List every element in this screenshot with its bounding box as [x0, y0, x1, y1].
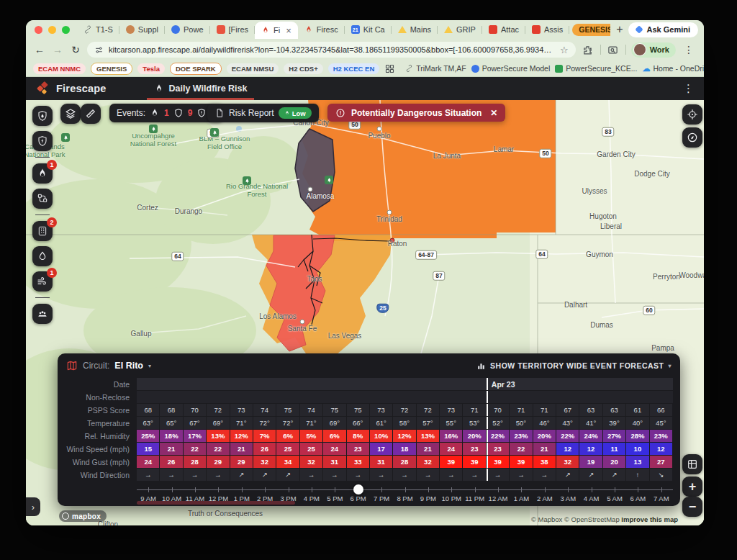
ask-gemini-button[interactable]: Ask Gemini [628, 22, 698, 37]
forward-button[interactable]: → [51, 44, 64, 55]
link-favicon-icon [83, 25, 92, 34]
sidebar-flame-button[interactable]: 1 [32, 163, 53, 184]
tab-search-icon[interactable] [606, 45, 620, 55]
table-view-button[interactable] [682, 454, 702, 474]
bookmark-star-icon[interactable]: ☆ [560, 45, 569, 55]
browser-tab-attac[interactable]: Attac [482, 20, 525, 39]
forecast-cell: → [347, 469, 369, 481]
forecast-cell: 23 [347, 443, 369, 455]
map-city-label: Gallup [131, 330, 152, 338]
map-city-label: Trinidad [376, 215, 402, 223]
tab-group-genesis[interactable]: GENESIS [572, 24, 610, 36]
forecast-cell: 10% [370, 430, 392, 442]
circuit-label: Circuit: [83, 361, 109, 371]
browser-tab-kitca[interactable]: 21Kit Ca [345, 20, 392, 39]
forecast-cell: 75 [347, 404, 369, 416]
browser-tab-t1s[interactable]: T1-S [77, 20, 119, 39]
sidebar-meter-button[interactable]: 2 [32, 221, 53, 241]
site-settings-icon[interactable] [94, 45, 104, 55]
forecast-cell: 68 [137, 404, 159, 416]
forecast-cell: 61 [626, 404, 648, 416]
sidebar-shield-bolt-button[interactable] [32, 131, 53, 151]
nav-daily-wildfire-risk[interactable]: Daily Wildfire Risk [150, 77, 252, 100]
map-area-label: Rio Grande National Forest [225, 183, 289, 199]
apps-grid-icon[interactable] [384, 63, 395, 74]
flame-icon [37, 168, 48, 179]
bookmark-chip-h2-cds-[interactable]: H2 CDS+ [284, 63, 322, 74]
expand-rail-button[interactable]: › [26, 497, 40, 516]
app-menu-icon[interactable]: ⋮ [683, 82, 694, 95]
browser-tab-mains[interactable]: Mains [392, 20, 438, 39]
new-tab-button[interactable]: + [616, 23, 623, 36]
layers-button[interactable] [60, 104, 81, 124]
forecast-cell: 50° [510, 417, 532, 429]
risk-report-button[interactable]: Risk ReportLow [207, 104, 319, 122]
bookmark-chip-ecam-nnmc[interactable]: ECAM NNMC [33, 63, 86, 74]
forecast-cell: ↗ [230, 469, 253, 481]
browser-menu-icon[interactable]: ⋮ [681, 44, 697, 55]
bookmark-chip-genesis[interactable]: GENESIS [91, 63, 132, 75]
time-slider-handle[interactable] [353, 484, 363, 494]
events-pill[interactable]: Events:191 [109, 104, 223, 122]
forecast-cell: 71° [230, 417, 253, 429]
bookmark-chip-ecam-nmsu[interactable]: ECAM NMSU [227, 63, 279, 74]
browser-tab-assis[interactable]: Assis [525, 20, 569, 39]
sidebar-network-button[interactable] [32, 189, 53, 209]
time-tick-label: 12 AM [489, 494, 508, 502]
zoom-in-button[interactable]: + [682, 477, 702, 497]
bookmark-chip-tesla[interactable]: Tesla [137, 63, 165, 74]
locate-button[interactable] [682, 104, 702, 125]
forecast-cell: 27% [603, 430, 625, 442]
city-dot [308, 187, 313, 192]
bookmark-item-powersecure-model[interactable]: PowerSecure Model [471, 64, 551, 73]
extensions-icon[interactable] [581, 45, 595, 55]
territory-forecast-button[interactable]: SHOW TERRITORY WIDE EVENT FORECAST ▾ [476, 361, 672, 371]
cal-favicon-icon: 21 [351, 25, 360, 34]
bookmark-item-trimark-tm-af[interactable]: TriMark TM,AF [405, 64, 466, 73]
browser-tab-firesc[interactable]: Firesc [298, 20, 345, 39]
browser-tab-grip[interactable]: GRIP [438, 20, 482, 39]
app-brand[interactable]: Firescape [36, 81, 107, 96]
map-city-label: Hugoton [589, 212, 617, 220]
row-label: PSPS Score [58, 404, 137, 416]
alert-close-icon[interactable]: ✕ [490, 108, 497, 118]
improve-map-link[interactable]: Improve this map [621, 515, 678, 523]
sidebar-droplet-button[interactable] [32, 246, 53, 266]
bookmark-item-powersecure-kce-[interactable]: PowerSecure_KCE... [555, 64, 637, 73]
profile-chip[interactable]: Work [631, 42, 676, 58]
address-bar[interactable]: kitcarson.app.firescape.ai/dailywildfire… [87, 42, 576, 58]
bookmark-chip-doe-spark[interactable]: DOE SPARK [170, 63, 222, 75]
measure-button[interactable] [81, 104, 101, 124]
sidebar-team-button[interactable] [32, 304, 53, 324]
compass-button[interactable] [682, 127, 702, 148]
forecast-row-temperature: 63°65°67°69°71°72°72°71°69°66°61°58°57°5… [137, 417, 673, 429]
sidebar-shield-flame-button[interactable] [32, 106, 53, 126]
tab-close-icon[interactable]: × [286, 26, 291, 35]
browser-tab-fires[interactable]: [Fires [210, 20, 256, 39]
map-city-label: Los Alamos [259, 312, 297, 320]
map-canvas[interactable]: Cañon CityPuebloLa JuntaLamarGarden City… [26, 100, 704, 525]
row-labels: DateNon-ReclosePSPS ScoreTemperatureRel.… [58, 378, 137, 507]
forecast-cell: 22% [556, 430, 579, 442]
forecast-cell: 17% [184, 430, 206, 442]
browser-tab-suppl[interactable]: Suppl [119, 20, 165, 39]
close-window-button[interactable] [35, 26, 42, 34]
maximize-window-button[interactable] [62, 26, 70, 34]
sidebar-wind-button[interactable]: 1 [32, 271, 53, 292]
forecast-cell: 43° [556, 417, 579, 429]
time-tick-label: 6 PM [351, 494, 366, 502]
time-tick [218, 487, 219, 492]
minimize-window-button[interactable] [48, 26, 56, 34]
forecast-cell: 32 [253, 456, 276, 468]
bookmark-item-home-onedrive[interactable]: ☁Home - OneDrive [642, 64, 704, 73]
browser-tab-fi[interactable]: Fi× [255, 22, 298, 39]
circuit-dropdown-icon[interactable]: ▾ [148, 363, 151, 369]
browser-tab-powe[interactable]: Powe [165, 20, 210, 39]
highway-shield: 64-87 [415, 250, 437, 260]
bookmark-chip-h2-kcec-en[interactable]: H2 KCEC EN [328, 63, 380, 74]
back-button[interactable]: ← [33, 44, 46, 55]
horizontal-scrollbar[interactable] [137, 501, 295, 505]
zoom-out-button[interactable]: − [682, 497, 702, 517]
reload-button[interactable]: ↻ [69, 44, 82, 55]
park-marker-icon [325, 176, 333, 184]
